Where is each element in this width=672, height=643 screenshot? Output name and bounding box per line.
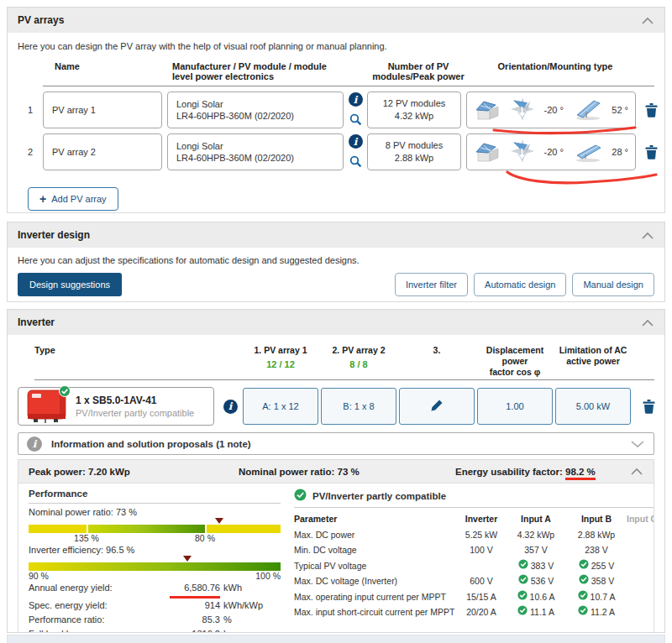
inverter-compat-status: PV/Inverter partly compatible	[76, 407, 194, 419]
inverter-panel-header[interactable]: Inverter	[8, 310, 664, 335]
module-field[interactable]: Longi Solar LR4-60HPB-360M (02/2020)	[167, 91, 344, 128]
energy-usability-summary: Energy usability factor: 98.2 %	[455, 467, 596, 477]
orientation-field[interactable]: -20 ° 28 °	[466, 133, 636, 170]
tilt-panel-icon	[574, 99, 602, 122]
pv-table-header: Name Manufacturer / PV module / module l…	[28, 61, 654, 81]
array-name-value: PV array 2	[52, 147, 96, 157]
inverter-design-panel-header[interactable]: Inverter design	[8, 222, 664, 248]
magnifier-icon[interactable]	[349, 155, 362, 170]
gauge-tick: 100 %	[255, 571, 281, 581]
input-b-button[interactable]: B: 1 x 8	[321, 388, 396, 425]
pv-arrays-panel-header[interactable]: PV arrays	[8, 8, 664, 33]
compat-row: Min. DC voltage 100 V 357 V 238 V	[294, 542, 654, 558]
col-name: Name	[43, 61, 167, 81]
delete-array-icon[interactable]	[643, 145, 659, 159]
module-field[interactable]: Longi Solar LR4-60HPB-360M (02/2020)	[167, 133, 344, 170]
manufacturer-value: Longi Solar	[176, 140, 334, 152]
inverter-design-title: Inverter design	[18, 229, 90, 241]
array-name-field[interactable]: PV array 1	[43, 91, 162, 128]
roof-house-icon	[474, 140, 501, 165]
check-icon	[518, 573, 528, 589]
chevron-up-icon[interactable]	[641, 319, 654, 327]
ac-limit-button[interactable]: 5.00 kW	[555, 388, 631, 425]
next-panel-strip	[7, 635, 665, 643]
peak-power-summary: Peak power: 7.20 kWp	[29, 467, 239, 477]
compat-header-row: Parameter Inverter Input A Input B Input…	[294, 511, 654, 527]
col-manufacturer: Manufacturer / PV module / module level …	[167, 61, 349, 81]
row-index: 2	[28, 147, 43, 157]
perf-row: Full load hours: 1316.2 h	[29, 627, 281, 633]
input-a-button[interactable]: A: 1 x 12	[243, 388, 318, 425]
design-suggestions-button[interactable]: Design suggestions	[18, 273, 122, 296]
information-proposals-bar[interactable]: i Information and solution proposals (1 …	[18, 432, 654, 455]
array2-module-count: 8 / 8	[321, 359, 396, 370]
tilt-value: 28 °	[612, 147, 628, 157]
perf-row: Spec. energy yield: 914 kWh/kWp	[29, 599, 281, 613]
magnifier-icon[interactable]	[349, 113, 362, 128]
col-3: 3.	[399, 342, 475, 356]
performance-heading: Performance	[29, 489, 281, 504]
annual-yield-value: 6,580.76	[170, 581, 220, 599]
peak-power: 4.32 kWp	[395, 110, 433, 123]
performance-section: Performance Nominal power ratio: 73 % 13…	[29, 489, 281, 633]
information-proposals-label: Information and solution proposals (1 no…	[51, 439, 251, 449]
inverter-filter-button[interactable]: Inverter filter	[395, 273, 468, 296]
roof-house-icon	[474, 98, 501, 123]
nominal-ratio-label: Nominal power ratio: 73 %	[29, 507, 281, 518]
chevron-up-icon[interactable]	[641, 232, 654, 239]
cos-phi-button[interactable]: 1.00	[477, 388, 553, 425]
check-badge-icon	[59, 385, 71, 399]
pencil-icon	[430, 399, 444, 414]
chevron-up-icon[interactable]	[630, 468, 643, 475]
info-icon[interactable]: i	[223, 400, 238, 414]
chevron-down-icon[interactable]	[630, 440, 645, 448]
compass-azimuth-icon	[511, 139, 534, 165]
col-modules: Number of PV modules/Peak power	[369, 61, 468, 81]
pv-array-row: 1 PV array 1 Longi Solar LR4-60HPB-360M …	[28, 91, 654, 128]
inverter-row: 1 x SB5.0-1AV-41 PV/Inverter partly comp…	[18, 387, 654, 426]
module-value: LR4-60HPB-360M (02/2020)	[176, 152, 334, 164]
compatibility-section: PV/Inverter partly compatible Parameter …	[294, 489, 654, 633]
inverter-model: 1 x SB5.0-1AV-41	[76, 395, 194, 407]
info-icon[interactable]: i	[349, 92, 363, 107]
inverter-unit-box[interactable]: 1 x SB5.0-1AV-41 PV/Inverter partly comp…	[18, 387, 214, 426]
manufacturer-value: Longi Solar	[176, 98, 334, 110]
col-pv-array-2: 2. PV array 2 8 / 8	[321, 342, 396, 370]
pv-array-row: 2 PV array 2 Longi Solar LR4-60HPB-360M …	[28, 133, 654, 170]
check-icon	[579, 558, 589, 574]
azimuth-value: -20 °	[543, 147, 563, 157]
tilt-panel-icon	[574, 141, 602, 164]
gauge-tick: 135 %	[74, 533, 99, 543]
compat-row: Max. operating input current per MPPT 15…	[294, 589, 654, 605]
modules-field[interactable]: 12 PV modules 4.32 kWp	[367, 91, 461, 128]
results-summary-bar[interactable]: Peak power: 7.20 kWp Nominal power ratio…	[18, 459, 654, 484]
delete-inverter-icon[interactable]	[640, 400, 657, 414]
manual-design-button[interactable]: Manual design	[572, 273, 654, 296]
info-icon[interactable]: i	[349, 134, 363, 149]
col-pv-array-1: 1. PV array 1 12 / 12	[243, 342, 318, 370]
array-name-value: PV array 1	[52, 105, 96, 115]
check-icon	[517, 604, 528, 620]
energy-usability-value: 98.2 %	[565, 467, 596, 480]
efficiency-gauge	[29, 562, 281, 571]
array-name-field[interactable]: PV array 2	[43, 133, 162, 170]
modules-count: 8 PV modules	[386, 139, 443, 152]
check-icon	[579, 573, 589, 589]
nominal-ratio-gauge	[29, 525, 281, 533]
gauge-marker	[183, 556, 192, 562]
row-index: 1	[28, 105, 43, 115]
module-value: LR4-60HPB-360M (02/2020)	[176, 110, 334, 122]
orientation-field[interactable]: -20 ° 52 °	[466, 91, 636, 128]
compass-azimuth-icon	[511, 97, 534, 123]
add-pv-array-button[interactable]: + Add PV array	[28, 187, 118, 211]
modules-field[interactable]: 8 PV modules 2.88 kWp	[367, 133, 461, 170]
pv-arrays-panel: PV arrays Here you can design the PV arr…	[7, 7, 665, 213]
automatic-design-button[interactable]: Automatic design	[474, 273, 566, 296]
chevron-up-icon[interactable]	[641, 17, 654, 24]
check-icon	[518, 558, 528, 574]
edit-input-button[interactable]	[399, 388, 475, 425]
delete-array-icon[interactable]	[643, 103, 659, 118]
info-icon: i	[27, 437, 42, 452]
inverter-panel: Inverter Type 1. PV array 1 12 / 12 2. P…	[7, 309, 665, 633]
col-orientation: Orientation/Mounting type	[468, 61, 643, 81]
